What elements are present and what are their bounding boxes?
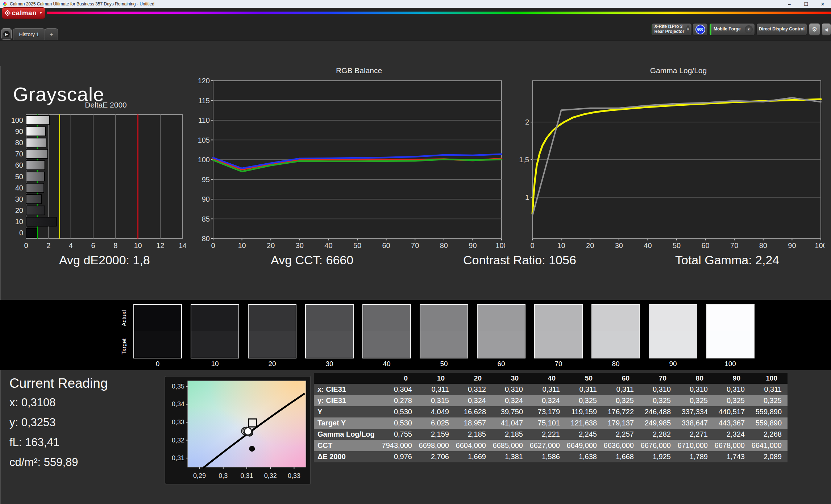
- svg-text:0,33: 0,33: [288, 472, 300, 479]
- svg-text:90: 90: [15, 127, 23, 135]
- swatch-box: [534, 304, 583, 358]
- tab-history-label: History 1: [19, 32, 39, 37]
- svg-text:0,34: 0,34: [172, 400, 184, 408]
- svg-text:0,29: 0,29: [193, 472, 206, 479]
- stat-contrast-ratio: Contrast Ratio: 1056: [416, 253, 624, 267]
- table-cell: 0,310: [677, 384, 714, 395]
- svg-text:2: 2: [46, 242, 50, 249]
- svg-text:12: 12: [156, 242, 164, 249]
- swatch-actual: [191, 305, 238, 331]
- swatch-target: [191, 331, 238, 358]
- table-cell: 443,367: [714, 417, 751, 429]
- swatch-cell-100: 100: [706, 304, 755, 368]
- source-dropdown[interactable]: Mobile Forge ▼: [709, 23, 755, 35]
- rgb-balance-chart: RGB Balance 8085909510010511011512001020…: [196, 66, 505, 251]
- swatch-target: [535, 331, 582, 358]
- svg-text:50: 50: [15, 173, 23, 181]
- swatch-box: [591, 304, 640, 358]
- table-cell: 0,312: [455, 384, 492, 395]
- window-title: Calman 2025 Calman Ultimate for Business…: [10, 1, 154, 7]
- svg-text:0,32: 0,32: [172, 437, 184, 444]
- table-cell: 0,325: [751, 395, 788, 406]
- table-cell: 0,311: [529, 384, 566, 395]
- table-cell: 121,638: [566, 417, 603, 429]
- table-row-label: x: CIE31: [314, 384, 381, 395]
- svg-text:4: 4: [69, 242, 73, 249]
- svg-text:10: 10: [238, 242, 246, 249]
- table-cell: 0,324: [455, 395, 492, 406]
- table-cell: 1,789: [677, 451, 714, 462]
- display-control-dropdown[interactable]: Direct Display Control ▼: [756, 23, 807, 35]
- table-cell: 337,334: [677, 406, 714, 417]
- swatch-actual: [363, 305, 410, 331]
- swatch-label: 20: [248, 360, 296, 368]
- table-col-header: 0: [381, 373, 418, 384]
- meter-status-badge[interactable]: 600: [693, 23, 708, 35]
- meter-dropdown-label: X-Rite i1Pro 3 Rear Projector: [652, 24, 686, 34]
- swatch-cell-60: 60: [477, 304, 525, 368]
- table-col-header: 10: [418, 373, 455, 384]
- swatch-label: 60: [477, 360, 525, 368]
- swatch-target: [592, 331, 639, 358]
- table-cell: 249,985: [640, 417, 677, 429]
- swatch-actual: [535, 305, 582, 331]
- table-cell: 6,025: [418, 417, 455, 429]
- summary-stats-row: Avg dE2000: 1,8 Avg CCT: 6660 Contrast R…: [1, 253, 831, 267]
- svg-text:30: 30: [615, 242, 623, 249]
- svg-text:110: 110: [198, 116, 210, 124]
- svg-text:60: 60: [15, 161, 23, 169]
- tab-history[interactable]: History 1: [13, 28, 45, 40]
- swatch-target: [134, 331, 181, 358]
- svg-text:50: 50: [673, 242, 681, 249]
- swatch-row-label-actual: Actual: [120, 304, 129, 332]
- nav-row: ▶ History 1 + X-Rite i1Pro 3 Rear Projec…: [0, 17, 831, 41]
- table-cell: 2,324: [714, 429, 751, 440]
- swatch-label: 40: [362, 360, 411, 368]
- table-cell: 0,310: [714, 384, 751, 395]
- svg-text:1: 1: [525, 193, 529, 201]
- gamma-chart-title: Gamma Log/Log: [516, 66, 824, 77]
- table-cell: 2,282: [640, 429, 677, 440]
- swatch-target: [649, 331, 697, 358]
- bottom-section: Current Reading x: 0,3108 y: 0,3253 fL: …: [0, 370, 831, 504]
- tab-add-button[interactable]: +: [45, 28, 58, 40]
- table-row-label: ΔE 2000: [314, 451, 381, 462]
- table-cell: 0,530: [381, 406, 418, 417]
- cie-chart-plot: 0,310,320,330,340,350,290,30,310,320,33: [167, 378, 309, 482]
- swatch-cell-20: 20: [248, 304, 296, 368]
- table-cell: 1,925: [640, 451, 677, 462]
- swatch-actual: [649, 305, 697, 331]
- table-cell: 0,324: [529, 395, 566, 406]
- collapse-panel-button[interactable]: ◀: [822, 23, 831, 35]
- meter-dropdown[interactable]: X-Rite i1Pro 3 Rear Projector ▼: [651, 23, 692, 35]
- svg-text:70: 70: [730, 242, 738, 249]
- table-cell: 4,049: [418, 406, 455, 417]
- settings-button[interactable]: ⚙: [809, 23, 820, 35]
- svg-text:1,5: 1,5: [519, 156, 529, 164]
- svg-text:70: 70: [15, 150, 23, 158]
- chevron-down-icon: ▼: [807, 25, 807, 33]
- swatch-actual: [707, 305, 754, 331]
- svg-text:40: 40: [15, 184, 23, 192]
- table-cell: 0,530: [381, 417, 418, 429]
- swatch-cell-30: 30: [305, 304, 354, 368]
- svg-text:60: 60: [382, 242, 390, 249]
- minimize-button[interactable]: –: [781, 0, 798, 8]
- table-cell: 246,488: [640, 406, 677, 417]
- table-cell: 6698,000: [418, 440, 455, 451]
- maximize-button[interactable]: ☐: [798, 0, 814, 8]
- swatch-target: [707, 331, 754, 358]
- svg-text:0: 0: [530, 242, 534, 249]
- swatch-box: [191, 304, 239, 358]
- swatch-target: [363, 331, 410, 358]
- calman-logo-menu[interactable]: calman ▼: [2, 7, 45, 19]
- table-cell: 2,185: [492, 429, 529, 440]
- table-cell: 6676,000: [640, 440, 677, 451]
- tab-scroll-button[interactable]: ▶: [1, 28, 12, 40]
- svg-text:70: 70: [411, 242, 419, 249]
- table-col-header: 40: [529, 373, 566, 384]
- swatch-actual: [478, 305, 525, 331]
- source-dropdown-label: Mobile Forge: [711, 27, 743, 32]
- close-button[interactable]: ✕: [814, 0, 831, 8]
- table-cell: 0,324: [492, 395, 529, 406]
